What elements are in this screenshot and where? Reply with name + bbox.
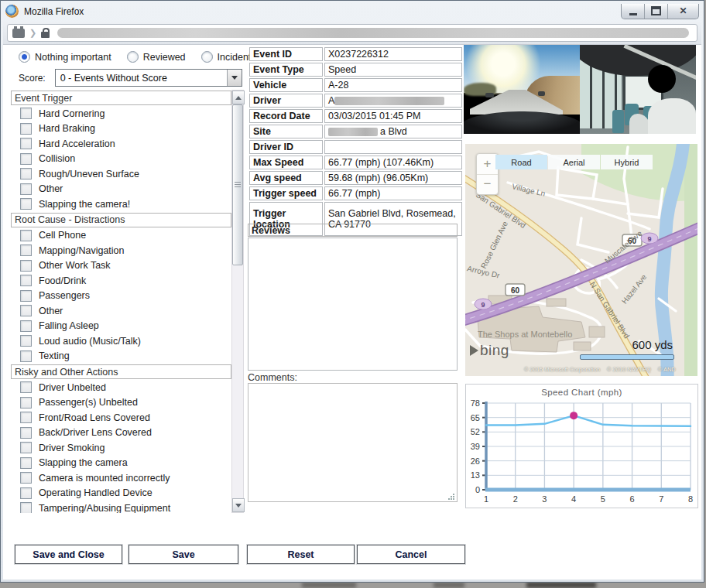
checkbox-icon[interactable] (20, 427, 32, 439)
dropdown-button[interactable] (227, 70, 242, 86)
checkbox-icon[interactable] (20, 412, 32, 423)
svg-text:7: 7 (659, 494, 663, 504)
firefox-icon (5, 5, 19, 18)
check-hard-braking[interactable]: Hard Braking (11, 121, 231, 137)
checkbox-icon[interactable] (20, 350, 32, 362)
check-hard-acceleration[interactable]: Hard Acceleration (11, 136, 231, 152)
checkbox-icon[interactable] (20, 487, 32, 499)
save-and-close-button[interactable]: Save and Close (15, 545, 122, 564)
check-operating-handled-device[interactable]: Operating Handled Device (11, 486, 231, 501)
bing-logo[interactable]: bing (470, 342, 509, 359)
check-back-lens-covered[interactable]: Back/Driver Lens Covered (11, 426, 231, 441)
zoom-in-button[interactable]: + (477, 154, 498, 175)
map-view-road[interactable]: Road (495, 155, 547, 169)
checkbox-icon[interactable] (20, 442, 32, 453)
checkbox-icon[interactable] (20, 183, 32, 195)
maximize-button[interactable] (645, 4, 668, 19)
map-view-aerial[interactable]: Aerial (548, 155, 600, 169)
radio-icon[interactable] (19, 51, 30, 63)
scrollbar-thumb[interactable] (232, 104, 243, 265)
redacted-text (334, 97, 444, 105)
check-driver-unbelted[interactable]: Driver Unbelted (11, 380, 231, 395)
camera-driver-view[interactable] (580, 45, 696, 134)
check-driver-smoking[interactable]: Driver Smoking (11, 440, 231, 456)
check-other-work-task[interactable]: Other Work Task (11, 258, 231, 274)
checkbox-icon[interactable] (20, 198, 32, 210)
svg-text:0: 0 (475, 485, 480, 494)
checkbox-icon[interactable] (20, 108, 32, 119)
radio-icon[interactable] (127, 51, 139, 63)
checkbox-icon[interactable] (20, 472, 32, 484)
scroll-up-button[interactable] (232, 91, 245, 104)
checklist-scrollbar[interactable] (231, 90, 244, 513)
check-cell-phone[interactable]: Cell Phone (11, 228, 231, 244)
bing-map[interactable]: 60 60 9 9 Village Ln San Gabriel Blvd Ro… (465, 144, 697, 376)
close-button[interactable]: ✕ (668, 4, 698, 19)
radio-reviewed[interactable]: Reviewed (127, 51, 186, 63)
check-passengers-unbelted[interactable]: Passenger(s) Unbelted (11, 395, 231, 411)
score-dropdown[interactable]: 0 - Events Without Score (55, 69, 242, 87)
radio-label[interactable]: Reviewed (143, 52, 186, 63)
check-tampering-equipment[interactable]: Tampering/Abusing Equipment (11, 501, 231, 513)
url-bar[interactable]: ❯ (7, 24, 697, 42)
checkbox-icon[interactable] (20, 457, 32, 469)
check-mapping-navigation[interactable]: Mapping/Navigation (11, 243, 231, 258)
radio-label[interactable]: Nothing important (35, 52, 111, 63)
minimize-button[interactable] (622, 4, 645, 19)
checkbox-icon[interactable] (20, 502, 32, 513)
event-details-table: Event IDX0237226312 Event TypeSpeed Vehi… (248, 46, 464, 238)
check-slapping-camera-trigger[interactable]: Slapping the camera! (11, 197, 231, 212)
checkbox-icon[interactable] (20, 153, 32, 165)
checkbox-icon[interactable] (20, 397, 32, 409)
radio-nothing-important[interactable]: Nothing important (19, 51, 111, 63)
checkbox-icon[interactable] (20, 260, 32, 272)
check-hard-cornering[interactable]: Hard Cornering (11, 106, 231, 121)
scroll-down-button[interactable] (232, 498, 245, 512)
title-bar[interactable]: Mozilla Firefox ✕ (3, 1, 701, 22)
checkbox-icon[interactable] (20, 290, 32, 302)
arrow-up-icon (235, 96, 242, 100)
svg-text:52: 52 (471, 427, 480, 436)
check-other-distraction[interactable]: Other (11, 303, 231, 319)
resize-grip-icon[interactable] (448, 493, 455, 500)
check-falling-asleep[interactable]: Falling Asleep (11, 319, 231, 334)
svg-text:78: 78 (471, 398, 480, 408)
check-passengers[interactable]: Passengers (11, 289, 231, 304)
checkbox-icon[interactable] (20, 230, 32, 241)
cancel-button[interactable]: Cancel (357, 545, 465, 564)
check-camera-mounted-incorrectly[interactable]: Camera is mounted incorrectly (11, 470, 231, 486)
check-slapping-camera[interactable]: Slapping the camera (11, 456, 231, 471)
svg-text:65: 65 (471, 413, 480, 422)
comments-textarea[interactable] (248, 383, 458, 502)
check-collision[interactable]: Collision (11, 152, 231, 167)
checkbox-icon[interactable] (20, 275, 32, 286)
check-other-trigger[interactable]: Other (11, 182, 231, 197)
check-rough-surface[interactable]: Rough/Uneven Surface (11, 166, 231, 182)
map-view-hybrid[interactable]: Hybrid (601, 155, 653, 169)
checkbox-icon[interactable] (20, 335, 32, 347)
checkbox-icon[interactable] (20, 320, 32, 332)
check-texting[interactable]: Texting (11, 349, 231, 364)
radio-icon[interactable] (201, 51, 213, 63)
table-row: VehicleA-28 (249, 78, 462, 92)
section-header-risky-actions: Risky and Other Actions (11, 364, 231, 379)
checkbox-icon[interactable] (20, 123, 32, 135)
checkbox-icon[interactable] (20, 138, 32, 149)
zoom-out-button[interactable]: − (477, 175, 498, 195)
save-button[interactable]: Save (129, 545, 238, 564)
checkbox-icon[interactable] (20, 168, 32, 179)
navigation-toolbar: ❯ (3, 22, 701, 45)
check-loud-audio[interactable]: Loud audio (Music/Talk) (11, 333, 231, 349)
bing-icon (470, 345, 478, 356)
check-food-drink[interactable]: Food/Drink (11, 273, 231, 289)
checkbox-icon[interactable] (20, 381, 32, 393)
camera-front-view[interactable] (464, 45, 580, 134)
desktop-background (302, 582, 356, 588)
desktop-background (434, 582, 464, 588)
radio-label[interactable]: Incident (218, 52, 252, 63)
radio-incident[interactable]: Incident (201, 51, 252, 63)
check-front-lens-covered[interactable]: Front/Road Lens Covered (11, 410, 231, 426)
reset-button[interactable]: Reset (247, 545, 355, 564)
checkbox-icon[interactable] (20, 244, 32, 256)
checkbox-icon[interactable] (20, 305, 32, 316)
